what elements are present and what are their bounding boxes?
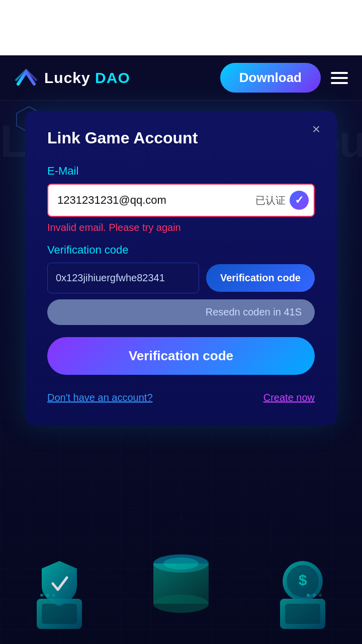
email-label: E-Mail <box>47 165 315 178</box>
logo-text: Lucky DAO <box>44 69 130 87</box>
content-background: Link Game Account × Link Game Account E-… <box>0 101 362 644</box>
logo-lucky: Lucky <box>44 69 90 86</box>
modal-close-button[interactable]: × <box>307 120 326 139</box>
submit-verification-button[interactable]: Verification code <box>47 337 315 375</box>
navbar: Lucky DAO Download <box>0 55 362 101</box>
modal-overlay: × Link Game Account E-Mail 已认证 ✓ Invalid… <box>0 101 362 644</box>
verification-code-input[interactable] <box>47 263 199 293</box>
logo-dao: DAO <box>90 69 130 86</box>
verified-check-icon: ✓ <box>290 191 309 210</box>
modal: × Link Game Account E-Mail 已认证 ✓ Invalid… <box>25 111 337 426</box>
hamburger-icon[interactable] <box>331 72 348 84</box>
modal-footer: Don't have an account? Create now <box>47 392 315 404</box>
modal-title: Link Game Account <box>47 129 315 147</box>
verification-code-label: Verification code <box>47 244 315 257</box>
verified-text: 已认证 <box>255 194 286 207</box>
resend-timer-button: Resedn coden in 41S <box>47 299 315 325</box>
dont-have-account-link[interactable]: Don't have an account? <box>47 392 153 404</box>
send-code-button[interactable]: Verification code <box>206 264 315 292</box>
top-white-bar <box>0 0 362 55</box>
nav-right: Download <box>220 63 348 93</box>
verification-row: Verification code <box>47 263 315 293</box>
email-verified-badge: 已认证 ✓ <box>255 191 309 210</box>
verification-section: Verification code Verification code Rese… <box>47 244 315 325</box>
email-error-message: Invalid email. Please try again <box>47 222 315 233</box>
logo-icon <box>14 68 38 88</box>
create-now-link[interactable]: Create now <box>263 392 315 404</box>
download-button[interactable]: Download <box>220 63 321 93</box>
logo-area: Lucky DAO <box>14 68 130 88</box>
email-input-wrapper: 已认证 ✓ <box>47 184 315 217</box>
